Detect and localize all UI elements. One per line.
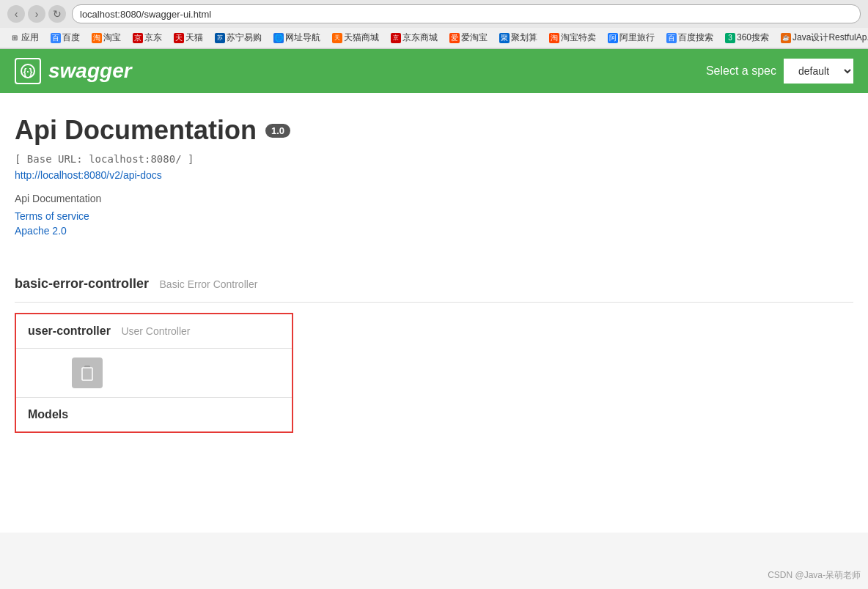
bookmark-aitaobao[interactable]: 爱 爱淘宝 [446, 30, 491, 45]
swagger-title: swagger [48, 59, 132, 83]
clipboard-area [72, 358, 103, 388]
swagger-logo-icon: {·} [15, 58, 41, 84]
bookmark-tmall[interactable]: 天 天猫商城 [328, 30, 383, 45]
swagger-logo: {·} swagger [15, 58, 132, 84]
controllers-section: basic-error-controller Basic Error Contr… [15, 266, 853, 433]
bookmark-java-label: Java设计RestfulAp... [792, 32, 868, 44]
bookmark-temai[interactable]: 淘 淘宝特卖 [545, 30, 600, 45]
jd-icon: 京 [133, 33, 143, 43]
bookmark-suning-label: 苏宁易购 [227, 32, 262, 44]
bookmark-baidusearch[interactable]: 百 百度搜索 [663, 30, 717, 45]
address-bar[interactable] [72, 4, 861, 23]
bookmark-jdmall[interactable]: 京 京东商城 [387, 30, 441, 45]
bookmark-baidu-label: 百度 [62, 32, 80, 44]
bookmark-temai-label: 淘宝特卖 [561, 32, 596, 44]
tmall-icon: 天 [332, 33, 342, 43]
svg-text:{·}: {·} [23, 67, 33, 77]
basic-error-controller-item[interactable]: basic-error-controller Basic Error Contr… [15, 266, 853, 303]
svg-rect-5 [82, 368, 92, 380]
taobao-icon: 淘 [92, 33, 102, 43]
java-icon: ☕ [781, 33, 791, 43]
bookmark-alitrip[interactable]: 阿 阿里旅行 [604, 30, 658, 45]
bookmark-nav[interactable]: 🌐 网址导航 [270, 30, 324, 45]
bookmark-jd[interactable]: 京 京东 [129, 30, 166, 45]
user-controller-name: user-controller [28, 325, 111, 337]
bookmark-taobao-label: 淘宝 [103, 32, 121, 44]
apps-icon: ⊞ [10, 33, 20, 43]
aitaobao-icon: 爱 [449, 33, 460, 43]
bookmark-tianmao-label: 天猫 [185, 32, 203, 44]
bookmark-juhuasuan-label: 聚划算 [511, 32, 537, 44]
bookmark-java[interactable]: ☕ Java设计RestfulAp... [777, 30, 868, 45]
highlighted-section: user-controller User Controller Models [15, 313, 293, 433]
nav-icon: 🌐 [273, 33, 284, 43]
nav-buttons: ‹ › ↻ [7, 5, 66, 23]
clipboard-row [16, 349, 292, 398]
baidusearch-icon: 百 [666, 33, 677, 43]
bookmark-apps-label: 应用 [21, 32, 39, 44]
select-spec-label: Select a spec [706, 64, 776, 78]
bookmark-baidu[interactable]: 百 百度 [47, 30, 84, 45]
basic-error-controller-desc: Basic Error Controller [160, 278, 258, 290]
browser-toolbar: ‹ › ↻ [0, 0, 868, 28]
bookmark-tmall-label: 天猫商城 [344, 32, 379, 44]
models-label: Models [28, 408, 68, 421]
suning-icon: 苏 [215, 33, 225, 43]
api-description: Api Documentation [15, 193, 853, 204]
alitrip-icon: 阿 [608, 33, 618, 43]
spec-select[interactable]: default [784, 59, 853, 84]
back-button[interactable]: ‹ [7, 5, 25, 23]
user-controller-item[interactable]: user-controller User Controller [16, 314, 292, 349]
bookmark-baidusearch-label: 百度搜索 [678, 32, 713, 44]
bookmark-tianmao[interactable]: 天 天猫 [170, 30, 207, 45]
bookmark-alitrip-label: 阿里旅行 [619, 32, 655, 44]
bookmark-taobao[interactable]: 淘 淘宝 [88, 30, 125, 45]
api-title: Api Documentation [15, 115, 257, 146]
bookmark-jd-label: 京东 [144, 32, 162, 44]
bookmark-nav-label: 网址导航 [285, 32, 320, 44]
tianmao-icon: 天 [174, 33, 184, 43]
forward-button[interactable]: › [28, 5, 45, 23]
360-icon: 3 [725, 33, 735, 43]
bookmark-aitaobao-label: 爱淘宝 [461, 32, 488, 44]
juhuasuan-icon: 聚 [499, 33, 510, 43]
clipboard-icon [72, 358, 103, 388]
terms-of-service-link[interactable]: Terms of service [15, 210, 853, 222]
base-url: [ Base URL: localhost:8080/ ] [15, 153, 853, 165]
models-row[interactable]: Models [16, 398, 292, 431]
bookmark-360[interactable]: 3 360搜索 [721, 30, 773, 45]
temai-icon: 淘 [549, 33, 559, 43]
reload-button[interactable]: ↻ [48, 5, 66, 23]
basic-error-controller-name: basic-error-controller [15, 276, 149, 291]
user-controller-desc: User Controller [121, 325, 190, 337]
browser-chrome: ‹ › ↻ ⊞ 应用 百 百度 淘 淘宝 京 京东 天 天猫 苏 苏宁易购 [0, 0, 868, 49]
bookmark-juhuasuan[interactable]: 聚 聚划算 [496, 30, 541, 45]
bookmarks-bar: ⊞ 应用 百 百度 淘 淘宝 京 京东 天 天猫 苏 苏宁易购 🌐 网址导航 天 [0, 28, 868, 48]
bookmark-apps[interactable]: ⊞ 应用 [6, 30, 43, 45]
bookmark-suning[interactable]: 苏 苏宁易购 [211, 30, 265, 45]
jdmall-icon: 京 [391, 33, 401, 43]
swagger-header: {·} swagger Select a spec default [0, 49, 868, 93]
bookmark-jdmall-label: 京东商城 [402, 32, 438, 44]
api-docs-link[interactable]: http://localhost:8080/v2/api-docs [15, 169, 853, 181]
license-link[interactable]: Apache 2.0 [15, 225, 853, 237]
baidu-icon: 百 [51, 33, 61, 43]
swagger-header-right: Select a spec default [706, 59, 853, 84]
version-badge: 1.0 [265, 124, 290, 138]
bookmark-360-label: 360搜索 [737, 32, 769, 44]
api-title-row: Api Documentation 1.0 [15, 115, 853, 146]
main-content: Api Documentation 1.0 [ Base URL: localh… [0, 93, 868, 533]
